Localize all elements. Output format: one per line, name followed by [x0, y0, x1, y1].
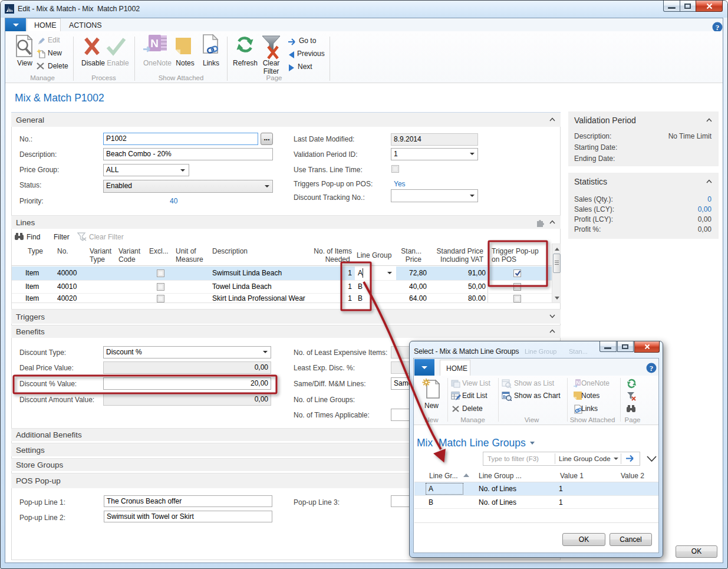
svg-text:N: N [150, 37, 159, 50]
svg-text:?: ? [650, 364, 654, 373]
svg-text:N: N [576, 380, 580, 386]
svg-text:?: ? [716, 23, 720, 32]
